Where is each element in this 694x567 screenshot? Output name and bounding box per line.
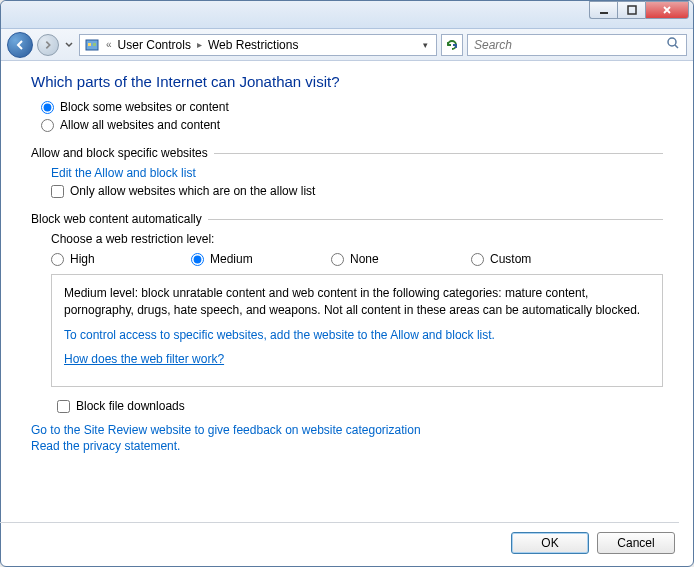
level-medium-radio[interactable]: [191, 253, 204, 266]
breadcrumb-separator-icon[interactable]: ▸: [197, 39, 202, 50]
edit-allow-block-link[interactable]: Edit the Allow and block list: [51, 166, 663, 180]
checkbox-label: Only allow websites which are on the all…: [70, 184, 315, 198]
desc-allow-block-link[interactable]: To control access to specific websites, …: [64, 327, 650, 344]
radio-label: Allow all websites and content: [60, 118, 220, 132]
svg-rect-4: [93, 43, 96, 46]
search-box[interactable]: [467, 34, 687, 56]
section-label: Allow and block specific websites: [31, 146, 208, 160]
section-allow-block: Allow and block specific websites Edit t…: [31, 146, 663, 198]
choose-level-label: Choose a web restriction level:: [51, 232, 663, 246]
level-none-radio[interactable]: [331, 253, 344, 266]
svg-rect-3: [88, 43, 91, 46]
nav-history-dropdown[interactable]: [63, 35, 75, 55]
breadcrumb-item[interactable]: User Controls: [118, 38, 191, 52]
level-high[interactable]: High: [51, 252, 191, 266]
checkbox-label: Block file downloads: [76, 399, 185, 413]
footer-links: Go to the Site Review website to give fe…: [31, 423, 663, 453]
section-auto-block: Block web content automatically Choose a…: [31, 212, 663, 413]
level-label: Custom: [490, 252, 531, 266]
radio-label: Block some websites or content: [60, 100, 229, 114]
svg-rect-1: [628, 6, 636, 14]
block-downloads-checkbox[interactable]: [57, 400, 70, 413]
ok-button[interactable]: OK: [511, 532, 589, 554]
forward-button[interactable]: [37, 34, 59, 56]
radio-allow-all[interactable]: Allow all websites and content: [41, 118, 663, 132]
titlebar: [1, 1, 693, 29]
breadcrumb-overflow-icon[interactable]: «: [106, 39, 112, 50]
page-heading: Which parts of the Internet can Jonathan…: [31, 73, 663, 90]
cancel-button[interactable]: Cancel: [597, 532, 675, 554]
level-custom[interactable]: Custom: [471, 252, 611, 266]
svg-point-5: [668, 38, 676, 46]
address-bar[interactable]: « User Controls ▸ Web Restrictions ▾: [79, 34, 437, 56]
level-label: High: [70, 252, 95, 266]
svg-rect-0: [600, 12, 608, 14]
location-icon: [84, 37, 100, 53]
only-allow-checkbox-row[interactable]: Only allow websites which are on the all…: [51, 184, 663, 198]
divider: [214, 153, 663, 154]
level-medium[interactable]: Medium: [191, 252, 331, 266]
minimize-button[interactable]: [589, 1, 617, 19]
window: « User Controls ▸ Web Restrictions ▾ Whi…: [0, 0, 694, 567]
refresh-button[interactable]: [441, 34, 463, 56]
restriction-levels: High Medium None Custom: [51, 252, 663, 266]
radio-allow-all-input[interactable]: [41, 119, 54, 132]
divider: [208, 219, 663, 220]
radio-block-some[interactable]: Block some websites or content: [41, 100, 663, 114]
breadcrumb-item[interactable]: Web Restrictions: [208, 38, 298, 52]
level-none[interactable]: None: [331, 252, 471, 266]
search-input[interactable]: [474, 38, 666, 52]
back-button[interactable]: [7, 32, 33, 58]
site-review-link[interactable]: Go to the Site Review website to give fe…: [31, 423, 663, 437]
close-button[interactable]: [645, 1, 689, 19]
navbar: « User Controls ▸ Web Restrictions ▾: [1, 29, 693, 61]
svg-rect-2: [86, 40, 98, 50]
only-allow-checkbox[interactable]: [51, 185, 64, 198]
section-label: Block web content automatically: [31, 212, 202, 226]
level-label: Medium: [210, 252, 253, 266]
level-description-box: Medium level: block unratable content an…: [51, 274, 663, 387]
level-high-radio[interactable]: [51, 253, 64, 266]
address-dropdown-icon[interactable]: ▾: [419, 40, 432, 50]
divider: [0, 522, 679, 523]
privacy-link[interactable]: Read the privacy statement.: [31, 439, 663, 453]
radio-block-some-input[interactable]: [41, 101, 54, 114]
button-bar: OK Cancel: [511, 532, 675, 554]
level-label: None: [350, 252, 379, 266]
level-custom-radio[interactable]: [471, 253, 484, 266]
maximize-button[interactable]: [617, 1, 645, 19]
block-downloads-row[interactable]: Block file downloads: [31, 399, 663, 413]
how-filter-works-link[interactable]: How does the web filter work?: [64, 351, 650, 368]
search-icon[interactable]: [666, 36, 680, 53]
content-area: Which parts of the Internet can Jonathan…: [1, 61, 693, 465]
level-description: Medium level: block unratable content an…: [64, 285, 650, 319]
